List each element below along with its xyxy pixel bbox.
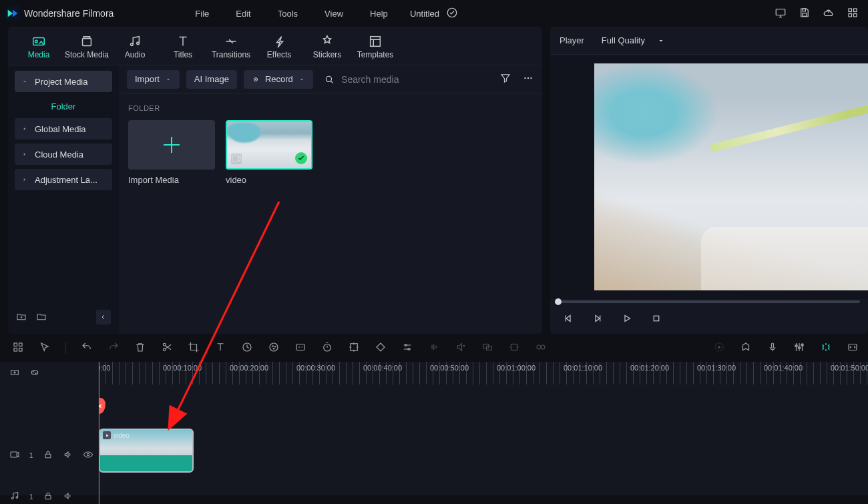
- step-forward-icon[interactable]: [592, 312, 604, 326]
- audio-wave-icon[interactable]: [428, 341, 440, 355]
- more-icon[interactable]: [522, 72, 534, 86]
- sidebar-item-cloud-media[interactable]: Cloud Media: [15, 144, 112, 165]
- media-card-video[interactable]: video: [226, 120, 312, 185]
- undo-icon[interactable]: [81, 341, 93, 355]
- fit-zoom-icon[interactable]: [847, 341, 859, 355]
- track-mute-icon[interactable]: [63, 449, 73, 462]
- adjust-icon[interactable]: [401, 341, 413, 355]
- crop-icon[interactable]: [188, 341, 200, 355]
- tab-transitions-label: Transitions: [212, 50, 250, 59]
- monitor-icon[interactable]: [775, 7, 787, 21]
- player-label: Player: [560, 35, 584, 45]
- caption-icon[interactable]: [294, 341, 306, 355]
- import-media-card[interactable]: Import Media: [128, 120, 215, 185]
- import-media-thumb[interactable]: [128, 120, 215, 170]
- scrubber-knob[interactable]: [555, 298, 562, 305]
- marker-icon[interactable]: [740, 341, 752, 355]
- mixer-icon[interactable]: [793, 341, 805, 355]
- preview-panel: Player Full Quality: [550, 27, 868, 334]
- tab-templates[interactable]: Templates: [351, 34, 399, 59]
- timer-icon[interactable]: [321, 341, 333, 355]
- auto-ripple-icon[interactable]: [820, 341, 832, 355]
- cursor-tool-icon[interactable]: [39, 341, 51, 355]
- render-icon[interactable]: [713, 341, 725, 355]
- timeline-area[interactable]: 0:0000:00:10:0000:00:20:0000:00:30:0000:…: [99, 362, 868, 504]
- quality-label: Full Quality: [602, 35, 645, 45]
- preview-scrubber[interactable]: [558, 299, 860, 304]
- collapse-sidebar-icon[interactable]: [96, 310, 111, 324]
- frame-icon[interactable]: [348, 341, 360, 355]
- timeline-toolbar-right: [713, 341, 859, 355]
- svg-rect-23: [19, 343, 23, 346]
- window-actions: [775, 7, 859, 21]
- add-track-icon[interactable]: [9, 367, 20, 380]
- track-visibility-icon[interactable]: [83, 449, 93, 462]
- tab-effects[interactable]: Effects: [255, 34, 303, 59]
- menu-view[interactable]: View: [312, 6, 355, 21]
- grid-tool-icon[interactable]: [12, 341, 24, 355]
- link-tracks-icon[interactable]: [29, 367, 40, 380]
- sidebar-folder-label[interactable]: Folder: [15, 96, 112, 114]
- speed-icon[interactable]: [241, 341, 253, 355]
- snap-icon[interactable]: [508, 341, 520, 355]
- menu-file[interactable]: File: [183, 6, 221, 21]
- menu-help[interactable]: Help: [358, 6, 400, 21]
- sidebar-item-project-media[interactable]: Project Media: [15, 71, 112, 92]
- prev-frame-icon[interactable]: [562, 312, 574, 326]
- sidebar-item-global-media[interactable]: Global Media: [15, 118, 112, 140]
- media-thumb[interactable]: [226, 120, 312, 170]
- tab-stock-media[interactable]: Stock Media: [63, 34, 111, 59]
- playhead[interactable]: [99, 362, 99, 504]
- filter-icon[interactable]: [499, 72, 511, 86]
- sidebar-item-adjustment-layers[interactable]: Adjustment La...: [15, 169, 112, 190]
- ai-image-button[interactable]: AI Image: [186, 70, 237, 89]
- svg-point-32: [273, 348, 274, 349]
- tab-media[interactable]: Media: [15, 34, 63, 59]
- apps-grid-icon[interactable]: [847, 7, 859, 21]
- audio-track-icon: [9, 491, 20, 503]
- svg-rect-24: [14, 348, 17, 351]
- split-scissors-icon[interactable]: [161, 341, 173, 355]
- svg-point-12: [137, 41, 140, 44]
- menu-tools[interactable]: Tools: [266, 6, 310, 21]
- save-icon[interactable]: [799, 7, 811, 21]
- record-button[interactable]: Record: [244, 70, 313, 89]
- stop-icon[interactable]: [650, 312, 662, 326]
- tab-transitions[interactable]: Transitions: [207, 34, 255, 59]
- new-folder-icon[interactable]: [16, 311, 27, 324]
- folder-icon[interactable]: [36, 311, 47, 324]
- menu-edit[interactable]: Edit: [224, 6, 262, 21]
- timeline-lane-headers: 1 1: [0, 362, 99, 504]
- ai-image-label: AI Image: [194, 74, 229, 84]
- tab-stickers[interactable]: Stickers: [303, 34, 351, 59]
- audio-track-lock-icon[interactable]: [43, 491, 53, 503]
- media-grid: FOLDER Import Media: [119, 93, 542, 192]
- group-icon[interactable]: [535, 341, 547, 355]
- sync-status-icon: [446, 7, 458, 21]
- timeline-ruler[interactable]: 0:0000:00:10:0000:00:20:0000:00:30:0000:…: [99, 362, 868, 385]
- play-icon[interactable]: [621, 312, 633, 326]
- voiceover-icon[interactable]: [767, 341, 779, 355]
- media-panel: Media Stock Media Audio Titles Transitio…: [8, 27, 542, 334]
- track-lock-icon[interactable]: [43, 449, 53, 462]
- cloud-export-icon[interactable]: [823, 7, 835, 21]
- tab-stickers-label: Stickers: [313, 50, 342, 59]
- sidebar-item-label: Project Media: [35, 77, 87, 87]
- tab-audio[interactable]: Audio: [111, 34, 159, 59]
- import-button[interactable]: Import: [127, 70, 180, 89]
- delete-icon[interactable]: [134, 341, 146, 355]
- keyframe-icon[interactable]: [375, 341, 387, 355]
- quality-select[interactable]: Full Quality: [594, 31, 673, 50]
- timeline-clip[interactable]: video: [99, 429, 194, 473]
- playhead-handle[interactable]: [99, 398, 105, 414]
- added-check-icon: [295, 152, 307, 164]
- search-input[interactable]: [340, 73, 493, 85]
- detach-audio-icon[interactable]: [455, 341, 467, 355]
- svg-rect-56: [45, 495, 51, 499]
- color-icon[interactable]: [268, 341, 280, 355]
- text-icon[interactable]: [214, 341, 226, 355]
- redo-icon[interactable]: [107, 341, 120, 355]
- tab-titles[interactable]: Titles: [159, 34, 207, 59]
- audio-track-mute-icon[interactable]: [63, 491, 73, 503]
- stack-icon[interactable]: [481, 341, 493, 355]
